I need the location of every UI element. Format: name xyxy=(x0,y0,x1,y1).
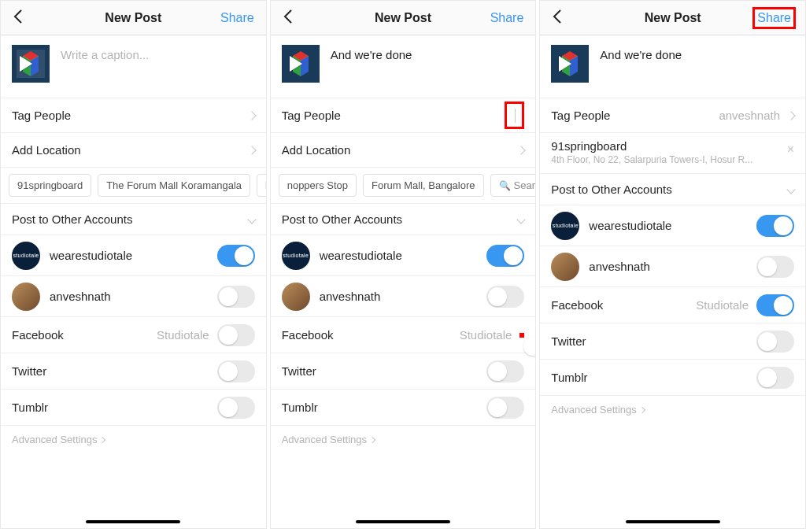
add-location-label: Add Location xyxy=(282,143,351,157)
header: New Post Share xyxy=(540,1,805,35)
twitter-row: Twitter xyxy=(271,353,536,390)
tumblr-label: Tumblr xyxy=(282,401,318,414)
account-row-studiotale: studiotale wearestudiotale xyxy=(1,235,266,276)
advanced-label: Advanced Settings xyxy=(551,404,636,416)
toggle-studiotale[interactable] xyxy=(486,245,524,267)
location-address: 4th Floor, No 22, Salarpuria Towers-I, H… xyxy=(551,154,794,165)
back-button[interactable] xyxy=(280,6,296,30)
toggle-twitter[interactable] xyxy=(756,331,794,353)
toggle-facebook[interactable] xyxy=(756,294,794,316)
toggle-anvesh[interactable] xyxy=(486,286,524,308)
chevron-left-icon xyxy=(13,9,23,24)
location-chip[interactable]: noppers Stop xyxy=(279,174,357,197)
twitter-row: Twitter xyxy=(1,353,266,390)
account-name: anveshnath xyxy=(589,260,650,273)
share-button[interactable]: Share xyxy=(218,9,257,27)
media-thumbnail[interactable] xyxy=(551,45,589,83)
highlight-box xyxy=(505,102,524,129)
caption-row[interactable] xyxy=(540,35,805,98)
toggle-anvesh[interactable] xyxy=(756,256,794,278)
facebook-label: Facebook xyxy=(551,298,603,312)
account-row-studiotale: studiotale wearestudiotale xyxy=(271,235,536,276)
facebook-row: Facebook Studiotale xyxy=(1,317,266,353)
toggle-studiotale[interactable] xyxy=(756,215,794,237)
tag-people-label: Tag People xyxy=(282,109,341,122)
toggle-twitter[interactable] xyxy=(217,360,255,382)
caption-row[interactable] xyxy=(271,35,536,98)
caption-input[interactable] xyxy=(331,45,525,75)
toggle-facebook[interactable] xyxy=(217,324,255,346)
advanced-settings-link[interactable]: Advanced Settings xyxy=(1,426,266,453)
media-thumbnail[interactable] xyxy=(12,45,50,83)
location-chip[interactable]: Forum Mall, Bangalore xyxy=(363,174,484,197)
post-to-accounts-header[interactable]: Post to Other Accounts xyxy=(540,174,805,205)
chevron-right-icon xyxy=(247,146,256,154)
back-button[interactable] xyxy=(549,6,565,30)
location-chip[interactable]: The Forum Mall Koramangala xyxy=(98,174,250,197)
toggle-tumblr[interactable] xyxy=(486,397,524,419)
toggle-twitter[interactable] xyxy=(486,360,524,382)
add-location-row[interactable]: Add Location xyxy=(271,133,536,168)
back-button[interactable] xyxy=(10,6,26,30)
facebook-account: Studiotale xyxy=(696,298,749,312)
tag-people-row[interactable]: Tag People anveshnath xyxy=(540,98,805,133)
location-suggestions: noppers Stop Forum Mall, Bangalore 🔍Sear… xyxy=(271,168,536,204)
play-icon xyxy=(290,56,302,72)
chevron-left-icon xyxy=(553,9,562,24)
play-icon xyxy=(20,56,32,72)
screen-3: New Post Share Tag People anveshnath 91s… xyxy=(539,0,806,529)
search-chip[interactable]: 🔍Search xyxy=(490,174,536,197)
avatar: studiotale xyxy=(282,242,310,270)
tagged-user: anveshnath xyxy=(719,109,780,122)
search-icon: 🔍 xyxy=(499,180,511,191)
highlight-box xyxy=(519,333,524,338)
twitter-row: Twitter xyxy=(540,323,805,360)
caption-input[interactable] xyxy=(600,45,794,75)
share-button[interactable]: Share xyxy=(488,9,527,27)
selected-location[interactable]: 91springboard 4th Floor, No 22, Salarpur… xyxy=(540,133,805,174)
toggle-tumblr[interactable] xyxy=(217,397,255,419)
twitter-label: Twitter xyxy=(551,334,586,348)
add-location-row[interactable]: Add Location xyxy=(1,133,266,168)
play-icon xyxy=(559,56,571,72)
toggle-anvesh[interactable] xyxy=(217,286,255,308)
tumblr-label: Tumblr xyxy=(551,371,587,384)
media-thumbnail[interactable] xyxy=(282,45,320,83)
home-indicator xyxy=(86,520,180,523)
chevron-right-icon xyxy=(247,111,256,120)
post-to-accounts-header[interactable]: Post to Other Accounts xyxy=(1,204,266,235)
account-row-anvesh: anveshnath xyxy=(1,276,266,317)
account-name: wearestudiotale xyxy=(320,249,402,262)
tumblr-label: Tumblr xyxy=(12,401,48,414)
caption-input[interactable] xyxy=(61,45,255,75)
caption-row[interactable] xyxy=(1,35,266,98)
location-chip[interactable]: 91springboard xyxy=(9,174,91,197)
facebook-label: Facebook xyxy=(282,328,334,342)
post-to-label: Post to Other Accounts xyxy=(12,212,132,226)
toggle-tumblr[interactable] xyxy=(756,367,794,389)
avatar xyxy=(282,283,310,311)
chevron-down-icon xyxy=(247,215,256,224)
account-row-anvesh: anveshnath xyxy=(271,276,536,317)
header: New Post Share xyxy=(1,1,266,35)
location-chip[interactable]: ko xyxy=(257,174,266,197)
clear-location-button[interactable]: × xyxy=(787,142,794,157)
chevron-down-icon xyxy=(786,185,795,194)
home-indicator xyxy=(356,520,450,523)
avatar xyxy=(551,253,579,281)
tag-people-row[interactable]: Tag People xyxy=(271,98,536,133)
post-to-label: Post to Other Accounts xyxy=(551,183,671,196)
advanced-settings-link[interactable]: Advanced Settings xyxy=(540,396,805,423)
screen-1: New Post Share Tag People Add Location 9… xyxy=(0,0,267,529)
toggle-studiotale[interactable] xyxy=(217,245,255,267)
screen-2: New Post Share Tag People Add Location n… xyxy=(270,0,537,529)
share-button[interactable]: Share xyxy=(755,9,793,27)
account-row-anvesh: anveshnath xyxy=(540,246,805,287)
chevron-right-icon xyxy=(639,406,645,412)
chevron-right-icon xyxy=(786,111,795,120)
twitter-label: Twitter xyxy=(12,364,46,378)
header: New Post Share xyxy=(271,1,536,35)
advanced-settings-link[interactable]: Advanced Settings xyxy=(271,426,536,453)
tag-people-row[interactable]: Tag People xyxy=(1,98,266,133)
post-to-accounts-header[interactable]: Post to Other Accounts xyxy=(271,204,536,235)
